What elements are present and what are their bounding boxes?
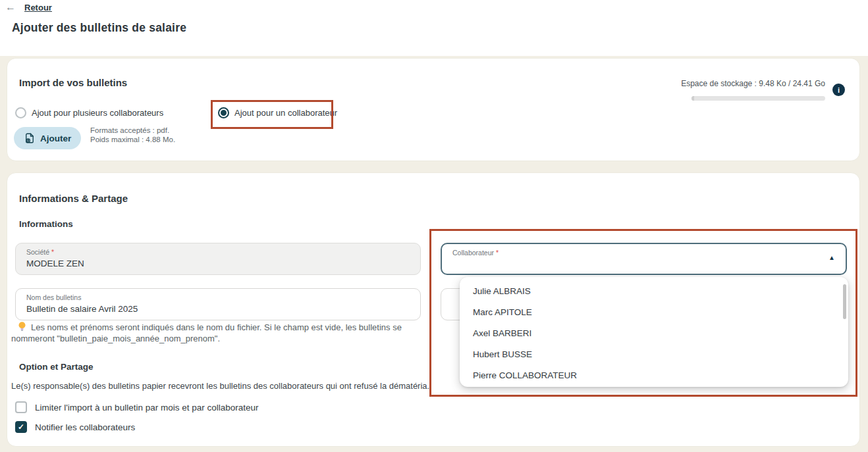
dropdown-scrollbar[interactable]	[843, 284, 846, 319]
collaborateur-field-label: Collaborateur*	[452, 249, 846, 257]
page: ← Retour Ajouter des bulletins de salair…	[0, 0, 868, 452]
storage-progress-bar	[692, 96, 825, 101]
dropdown-option[interactable]: Hubert BUSSE	[460, 343, 848, 364]
add-button-label: Ajouter	[40, 134, 71, 143]
checkbox-notify-collaborators[interactable]: ✓ Notifier les collaborateurs	[15, 420, 135, 434]
option-partage-description: Le(s) responsable(s) des bulletins papie…	[11, 381, 429, 391]
radio-single-label: Ajout pour un collaborateur	[234, 108, 337, 118]
bulletin-name-label: Nom des bulletins	[26, 293, 420, 301]
societe-field-value: MODELE ZEN	[26, 259, 420, 268]
dropdown-option[interactable]: Julie ALBRAIS	[460, 280, 848, 301]
caret-up-icon[interactable]: ▲	[828, 255, 835, 261]
radio-single-collaborator[interactable]: Ajout pour un collaborateur	[218, 106, 337, 119]
societe-field-label: Société*	[26, 248, 420, 256]
radio-selected-icon	[218, 107, 229, 118]
back-arrow-icon: ←	[5, 2, 16, 13]
radio-multiple-collaborators[interactable]: Ajout pour plusieurs collaborateurs	[15, 106, 163, 119]
back-link[interactable]: ← Retour	[5, 2, 52, 13]
required-asterisk: *	[496, 249, 499, 257]
informations-card-title: Informations & Partage	[19, 193, 128, 204]
filename-tip: Les noms et prénoms seront indiqués dans…	[11, 322, 422, 344]
dropdown-options-list: Julie ALBRAISMarc APITOLEAxel BARBERIHub…	[460, 277, 848, 386]
bulletin-name-value: Bulletin de salaire Avril 2025	[26, 304, 420, 314]
collaborateur-dropdown: Julie ALBRAISMarc APITOLEAxel BARBERIHub…	[460, 277, 848, 387]
checkbox-unchecked-icon	[15, 401, 27, 413]
checkbox-limit-import[interactable]: Limiter l'import à un bulletin par mois …	[15, 401, 258, 414]
checkbox-limit-label: Limiter l'import à un bulletin par mois …	[35, 403, 258, 413]
collaborateur-select[interactable]: Collaborateur* ▲	[441, 243, 847, 275]
informations-heading: Informations	[19, 219, 73, 229]
filename-tip-text: Les noms et prénoms seront indiqués dans…	[11, 322, 402, 343]
radio-multiple-label: Ajout pour plusieurs collaborateurs	[32, 108, 163, 118]
dropdown-option[interactable]: Marc APITOLE	[460, 301, 848, 322]
max-weight: Poids maximal : 4.88 Mo.	[90, 135, 175, 144]
checkbox-notify-label: Notifier les collaborateurs	[35, 422, 135, 432]
import-card-title: Import de vos bulletins	[19, 77, 127, 88]
required-asterisk: *	[51, 248, 54, 256]
upload-document-icon	[24, 132, 36, 144]
dropdown-option[interactable]: Pierre COLLABORATEUR	[460, 364, 848, 386]
bulletin-name-input[interactable]: Nom des bulletins Bulletin de salaire Av…	[15, 288, 421, 320]
dropdown-option[interactable]: Axel BARBERI	[460, 322, 848, 343]
radio-unselected-icon	[15, 107, 26, 118]
checkbox-checked-icon: ✓	[15, 421, 27, 433]
page-title: Ajouter des bulletins de salaire	[12, 21, 186, 35]
top-header: ← Retour Ajouter des bulletins de salair…	[0, 0, 868, 56]
storage-label: Espace de stockage : 9.48 Ko / 24.41 Go	[681, 79, 825, 88]
back-link-label: Retour	[24, 3, 52, 13]
file-constraints: Formats acceptés : pdf. Poids maximal : …	[90, 126, 175, 144]
storage-progress-fill	[692, 96, 694, 101]
info-icon[interactable]: i	[832, 84, 845, 96]
societe-field: Société* MODELE ZEN	[15, 243, 421, 275]
option-partage-heading: Option et Partage	[19, 362, 94, 372]
add-button[interactable]: Ajouter	[14, 127, 81, 149]
import-card: Import de vos bulletins Espace de stocka…	[7, 58, 860, 161]
lightbulb-icon	[18, 322, 26, 332]
formats-accepted: Formats acceptés : pdf.	[90, 126, 175, 135]
